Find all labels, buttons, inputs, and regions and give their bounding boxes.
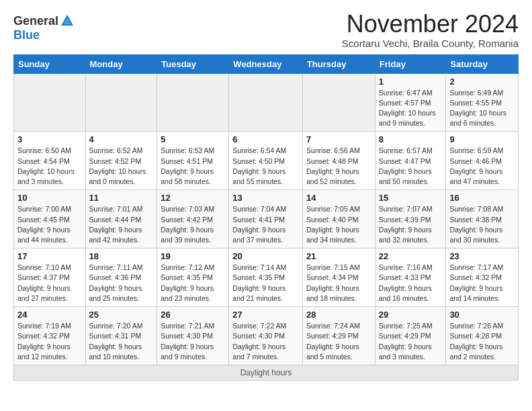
calendar-cell [229,73,303,132]
day-number: 22 [379,251,443,261]
calendar-cell: 19Sunrise: 7:12 AM Sunset: 4:35 PM Dayli… [157,248,229,307]
day-number: 17 [17,251,82,261]
day-detail: Sunrise: 7:25 AM Sunset: 4:29 PM Dayligh… [379,321,443,362]
calendar-cell: 11Sunrise: 7:01 AM Sunset: 4:44 PM Dayli… [85,190,157,248]
calendar-cell: 29Sunrise: 7:25 AM Sunset: 4:29 PM Dayli… [375,307,446,365]
calendar-week-row: 1Sunrise: 6:47 AM Sunset: 4:57 PM Daylig… [14,73,519,132]
day-number: 19 [161,251,225,261]
day-detail: Sunrise: 7:21 AM Sunset: 4:30 PM Dayligh… [161,321,225,362]
day-number: 11 [89,193,154,203]
daylight-footer-row: Daylight hours [14,365,519,380]
day-detail: Sunrise: 7:04 AM Sunset: 4:41 PM Dayligh… [232,204,299,245]
col-tuesday: Tuesday [157,54,229,73]
calendar-cell: 17Sunrise: 7:10 AM Sunset: 4:37 PM Dayli… [14,248,86,307]
page-header: General Blue November 2024 Scortaru Vech… [13,11,519,49]
day-detail: Sunrise: 7:10 AM Sunset: 4:37 PM Dayligh… [17,263,82,304]
calendar-week-row: 17Sunrise: 7:10 AM Sunset: 4:37 PM Dayli… [14,248,519,307]
calendar-cell: 16Sunrise: 7:08 AM Sunset: 4:38 PM Dayli… [446,190,519,248]
calendar-cell: 8Sunrise: 6:57 AM Sunset: 4:47 PM Daylig… [375,132,446,190]
calendar-cell [302,73,375,132]
day-detail: Sunrise: 6:50 AM Sunset: 4:54 PM Dayligh… [17,146,82,187]
day-detail: Sunrise: 7:17 AM Sunset: 4:32 PM Dayligh… [449,263,515,304]
day-detail: Sunrise: 7:07 AM Sunset: 4:39 PM Dayligh… [379,204,443,245]
day-number: 30 [449,310,515,320]
calendar-cell: 26Sunrise: 7:21 AM Sunset: 4:30 PM Dayli… [157,307,229,365]
day-detail: Sunrise: 7:05 AM Sunset: 4:40 PM Dayligh… [306,204,371,245]
day-number: 6 [232,134,299,144]
calendar-cell: 2Sunrise: 6:49 AM Sunset: 4:55 PM Daylig… [446,73,519,132]
calendar-cell: 10Sunrise: 7:00 AM Sunset: 4:45 PM Dayli… [14,190,86,248]
day-number: 13 [232,193,299,203]
day-detail: Sunrise: 7:03 AM Sunset: 4:42 PM Dayligh… [161,204,225,245]
calendar-header-row: Sunday Monday Tuesday Wednesday Thursday… [14,54,519,73]
day-detail: Sunrise: 7:19 AM Sunset: 4:32 PM Dayligh… [17,321,82,362]
calendar-cell: 3Sunrise: 6:50 AM Sunset: 4:54 PM Daylig… [14,132,86,190]
calendar-cell: 30Sunrise: 7:26 AM Sunset: 4:28 PM Dayli… [446,307,519,365]
day-number: 23 [449,251,515,261]
day-detail: Sunrise: 7:20 AM Sunset: 4:31 PM Dayligh… [89,321,154,362]
logo-text-blue: Blue [13,28,40,42]
logo: General Blue [13,13,75,42]
day-number: 4 [89,134,154,144]
calendar-cell: 7Sunrise: 6:56 AM Sunset: 4:48 PM Daylig… [302,132,375,190]
day-detail: Sunrise: 7:22 AM Sunset: 4:30 PM Dayligh… [232,321,299,362]
calendar-cell: 25Sunrise: 7:20 AM Sunset: 4:31 PM Dayli… [85,307,157,365]
day-detail: Sunrise: 7:00 AM Sunset: 4:45 PM Dayligh… [17,204,82,245]
day-number: 24 [17,310,82,320]
day-detail: Sunrise: 6:49 AM Sunset: 4:55 PM Dayligh… [449,88,515,129]
calendar-cell: 14Sunrise: 7:05 AM Sunset: 4:40 PM Dayli… [302,190,375,248]
day-number: 29 [379,310,443,320]
calendar-cell: 1Sunrise: 6:47 AM Sunset: 4:57 PM Daylig… [375,73,446,132]
calendar-cell [85,73,157,132]
day-number: 25 [89,310,154,320]
day-number: 3 [17,134,82,144]
calendar-cell: 18Sunrise: 7:11 AM Sunset: 4:36 PM Dayli… [85,248,157,307]
day-number: 20 [232,251,299,261]
col-wednesday: Wednesday [229,54,303,73]
day-number: 1 [379,77,443,87]
day-number: 26 [161,310,225,320]
col-thursday: Thursday [302,54,375,73]
calendar-cell: 24Sunrise: 7:19 AM Sunset: 4:32 PM Dayli… [14,307,86,365]
day-number: 27 [232,310,299,320]
day-number: 21 [306,251,371,261]
day-number: 14 [306,193,371,203]
day-detail: Sunrise: 6:53 AM Sunset: 4:51 PM Dayligh… [161,146,225,187]
calendar-cell: 12Sunrise: 7:03 AM Sunset: 4:42 PM Dayli… [157,190,229,248]
day-number: 10 [17,193,82,203]
month-title: November 2024 [342,11,519,38]
day-detail: Sunrise: 7:16 AM Sunset: 4:33 PM Dayligh… [379,263,443,304]
day-number: 2 [449,77,515,87]
calendar-cell: 28Sunrise: 7:24 AM Sunset: 4:29 PM Dayli… [302,307,375,365]
calendar-cell: 4Sunrise: 6:52 AM Sunset: 4:52 PM Daylig… [85,132,157,190]
day-number: 18 [89,251,154,261]
day-detail: Sunrise: 6:52 AM Sunset: 4:52 PM Dayligh… [89,146,154,187]
calendar-cell: 27Sunrise: 7:22 AM Sunset: 4:30 PM Dayli… [229,307,303,365]
calendar-week-row: 3Sunrise: 6:50 AM Sunset: 4:54 PM Daylig… [14,132,519,190]
day-detail: Sunrise: 7:14 AM Sunset: 4:35 PM Dayligh… [232,263,299,304]
day-number: 12 [161,193,225,203]
calendar-cell: 20Sunrise: 7:14 AM Sunset: 4:35 PM Dayli… [229,248,303,307]
location-subtitle: Scortaru Vechi, Braila County, Romania [342,38,519,49]
day-number: 8 [379,134,443,144]
logo-icon [60,13,75,28]
day-detail: Sunrise: 7:26 AM Sunset: 4:28 PM Dayligh… [449,321,515,362]
calendar-table: Sunday Monday Tuesday Wednesday Thursday… [13,54,519,381]
calendar-cell: 5Sunrise: 6:53 AM Sunset: 4:51 PM Daylig… [157,132,229,190]
col-monday: Monday [85,54,157,73]
title-area: November 2024 Scortaru Vechi, Braila Cou… [342,11,519,49]
day-detail: Sunrise: 7:24 AM Sunset: 4:29 PM Dayligh… [306,321,371,362]
day-detail: Sunrise: 6:56 AM Sunset: 4:48 PM Dayligh… [306,146,371,187]
day-detail: Sunrise: 7:08 AM Sunset: 4:38 PM Dayligh… [449,204,515,245]
calendar-cell [14,73,86,132]
calendar-cell: 15Sunrise: 7:07 AM Sunset: 4:39 PM Dayli… [375,190,446,248]
col-saturday: Saturday [446,54,519,73]
day-number: 28 [306,310,371,320]
day-number: 15 [379,193,443,203]
day-number: 9 [449,134,515,144]
day-number: 16 [449,193,515,203]
calendar-cell: 23Sunrise: 7:17 AM Sunset: 4:32 PM Dayli… [446,248,519,307]
daylight-footer-cell: Daylight hours [14,365,519,380]
day-number: 7 [306,134,371,144]
calendar-cell: 22Sunrise: 7:16 AM Sunset: 4:33 PM Dayli… [375,248,446,307]
